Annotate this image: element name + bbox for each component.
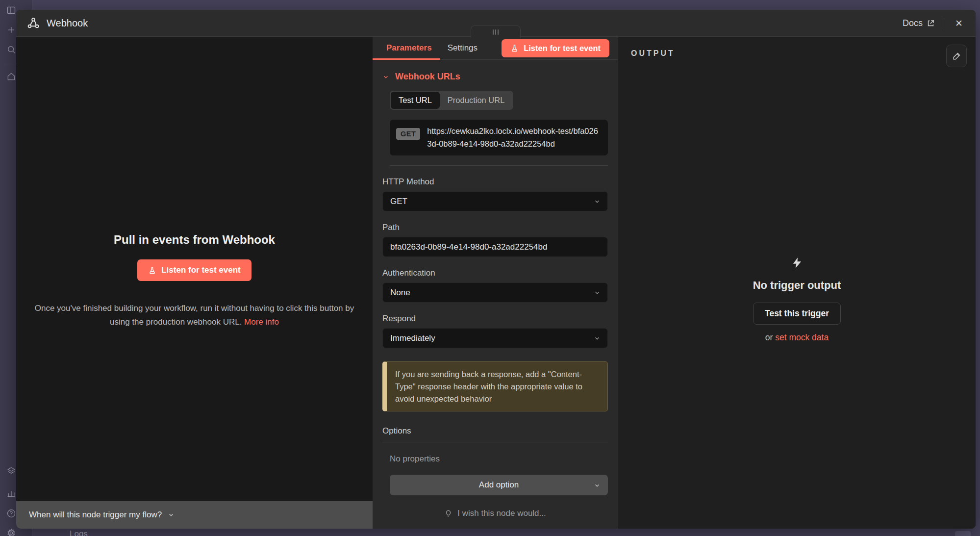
no-output-state: No trigger output Test this trigger or s… [618, 256, 976, 343]
authentication-label: Authentication [382, 268, 608, 278]
insights-icon[interactable] [6, 488, 17, 499]
chevron-down-icon [594, 335, 601, 342]
options-label: Options [382, 426, 608, 436]
settings-gear-icon[interactable] [6, 528, 17, 536]
chevron-down-icon [594, 482, 601, 488]
close-icon[interactable]: ✕ [953, 17, 965, 30]
flask-icon [510, 44, 519, 52]
http-method-badge: GET [396, 128, 420, 140]
no-trigger-output-text: No trigger output [618, 279, 976, 292]
chevron-down-icon [594, 289, 601, 296]
lightbulb-icon [444, 510, 452, 518]
tab-bar: Parameters Settings Listen for test even… [373, 37, 618, 60]
trigger-flow-expander[interactable]: When will this node trigger my flow? [16, 501, 373, 529]
test-this-trigger-button[interactable]: Test this trigger [753, 303, 841, 325]
http-method-label: HTTP Method [382, 177, 608, 187]
more-info-link[interactable]: More info [244, 317, 279, 327]
respond-value: Immediately [390, 333, 435, 343]
chevron-down-icon [382, 74, 389, 80]
authentication-value: None [390, 288, 410, 298]
respond-label: Respond [382, 314, 608, 324]
webhook-urls-section-toggle[interactable]: Webhook URLs [382, 72, 608, 82]
trigger-flow-question: When will this node trigger my flow? [29, 510, 162, 520]
path-input[interactable] [382, 237, 608, 257]
path-label: Path [382, 223, 608, 232]
external-link-icon [927, 19, 935, 27]
chevron-down-icon [594, 198, 601, 205]
search-icon[interactable] [6, 44, 17, 55]
production-url-segment[interactable]: Production URL [440, 92, 512, 109]
templates-icon[interactable] [6, 466, 17, 477]
logs-panel-label[interactable]: Logs [70, 529, 88, 536]
parameters-panel: Parameters Settings Listen for test even… [373, 37, 618, 529]
docs-label: Docs [903, 18, 923, 28]
node-wish-label: I wish this node would... [457, 509, 546, 518]
url-mode-toggle: Test URL Production URL [390, 91, 513, 110]
flask-icon [148, 266, 156, 275]
production-hint-text: Once you've finished building your workf… [31, 302, 358, 329]
test-url-segment[interactable]: Test URL [391, 92, 440, 109]
mock-data-row: or set mock data [618, 332, 976, 343]
section-divider [390, 165, 608, 166]
chevron-down-icon [168, 511, 175, 518]
pull-events-heading: Pull in events from Webhook [31, 233, 358, 247]
add-option-label: Add option [479, 480, 519, 489]
or-text: or [765, 332, 775, 342]
help-icon[interactable] [6, 508, 17, 519]
listen-test-event-button-top[interactable]: Listen for test event [502, 39, 609, 57]
header-separator [944, 18, 944, 28]
add-option-button[interactable]: Add option [390, 475, 608, 495]
pencil-icon [952, 51, 961, 61]
panel-drag-handle-icon[interactable] [471, 26, 521, 38]
input-panel: Pull in events from Webhook Listen for t… [16, 37, 373, 529]
add-icon[interactable] [6, 25, 17, 35]
output-panel: OUTPUT No trigger output Test this trigg… [618, 37, 976, 529]
docs-link[interactable]: Docs [903, 18, 935, 28]
tab-settings[interactable]: Settings [440, 37, 485, 59]
respond-select[interactable]: Immediately [382, 328, 608, 348]
set-mock-data-link[interactable]: set mock data [775, 332, 829, 342]
webhook-url-text: https://cewkua2lko.loclx.io/webhook-test… [427, 125, 602, 150]
output-title: OUTPUT [631, 49, 675, 58]
edit-output-button[interactable] [946, 45, 967, 67]
content-type-notice: If you are sending back a response, add … [382, 361, 608, 411]
background-control [955, 531, 971, 536]
parameters-scroll-area: Webhook URLs Test URL Production URL GET… [373, 60, 618, 498]
webhook-urls-title: Webhook URLs [395, 72, 460, 82]
listen-test-event-label: Listen for test event [161, 265, 241, 275]
lightning-bolt-icon [791, 262, 804, 271]
tab-parameters[interactable]: Parameters [373, 37, 440, 59]
node-wish-link[interactable]: I wish this node would... [373, 498, 618, 529]
http-method-select[interactable]: GET [382, 191, 608, 211]
options-divider [382, 442, 608, 442]
listen-test-event-label: Listen for test event [524, 44, 601, 53]
listen-test-event-button[interactable]: Listen for test event [137, 259, 251, 281]
authentication-select[interactable]: None [382, 282, 608, 303]
node-settings-modal: Webhook Docs ✕ Pull in events from Webho… [16, 10, 976, 529]
home-icon[interactable] [6, 71, 17, 82]
no-properties-text: No properties [390, 454, 608, 464]
webhook-url-display[interactable]: GET https://cewkua2lko.loclx.io/webhook-… [390, 120, 608, 155]
sidebar-toggle-icon[interactable] [6, 5, 17, 16]
webhook-node-icon [27, 17, 40, 29]
node-title: Webhook [47, 18, 88, 29]
http-method-value: GET [390, 197, 407, 206]
